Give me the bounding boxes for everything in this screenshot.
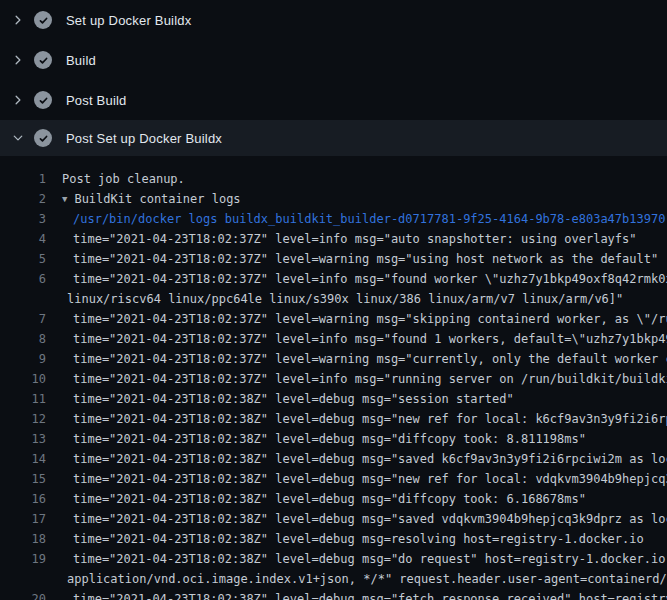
step-label: Set up Docker Buildx: [66, 13, 191, 28]
line-number[interactable]: 20: [0, 589, 46, 600]
log-text: time="2021-04-23T18:02:38Z" level=debug …: [73, 489, 586, 509]
line-number[interactable]: 19: [0, 549, 46, 569]
log-group-line[interactable]: 2 ▼BuildKit container logs: [0, 189, 667, 209]
log-text: time="2021-04-23T18:02:37Z" level=info m…: [73, 369, 667, 389]
line-number[interactable]: 12: [0, 409, 46, 429]
log-line: 8 time="2021-04-23T18:02:37Z" level=info…: [0, 329, 667, 349]
log-text: time="2021-04-23T18:02:37Z" level=info m…: [73, 329, 667, 349]
log-text: time="2021-04-23T18:02:38Z" level=debug …: [73, 549, 667, 569]
log-text: time="2021-04-23T18:02:38Z" level=debug …: [73, 469, 667, 489]
line-number[interactable]: 1: [0, 169, 46, 189]
success-check-icon: [34, 51, 52, 69]
step-row-post-set-up-docker-buildx[interactable]: Post Set up Docker Buildx: [0, 120, 667, 156]
log-line: 7 time="2021-04-23T18:02:37Z" level=warn…: [0, 309, 667, 329]
line-number[interactable]: 8: [0, 329, 46, 349]
log-text: time="2021-04-23T18:02:37Z" level=warnin…: [73, 249, 658, 269]
line-number[interactable]: 18: [0, 529, 46, 549]
log-text: time="2021-04-23T18:02:38Z" level=debug …: [73, 449, 667, 469]
log-text: time="2021-04-23T18:02:38Z" level=debug …: [73, 509, 667, 529]
steps-list: Set up Docker Buildx Build Post Build: [0, 0, 667, 156]
line-number[interactable]: 6: [0, 269, 46, 289]
actions-log-viewer: Set up Docker Buildx Build Post Build: [0, 0, 667, 600]
line-number[interactable]: 17: [0, 509, 46, 529]
log-line: 12 time="2021-04-23T18:02:38Z" level=deb…: [0, 409, 667, 429]
log-group-title: BuildKit container logs: [74, 192, 240, 206]
log-line: 4 time="2021-04-23T18:02:37Z" level=info…: [0, 229, 667, 249]
step-label: Build: [66, 53, 96, 68]
success-check-icon: [34, 11, 52, 29]
log-text: Post job cleanup.: [62, 169, 185, 189]
step-row-set-up-docker-buildx[interactable]: Set up Docker Buildx: [0, 0, 667, 40]
log-text: time="2021-04-23T18:02:38Z" level=debug …: [73, 409, 667, 429]
line-number[interactable]: 13: [0, 429, 46, 449]
line-number[interactable]: 9: [0, 349, 46, 369]
log-line: 13 time="2021-04-23T18:02:38Z" level=deb…: [0, 429, 667, 449]
line-number[interactable]: 11: [0, 389, 46, 409]
log-text: time="2021-04-23T18:02:38Z" level=debug …: [73, 389, 514, 409]
line-number: [0, 569, 46, 589]
success-check-icon: [34, 129, 52, 147]
line-number[interactable]: 16: [0, 489, 46, 509]
log-line: 17 time="2021-04-23T18:02:38Z" level=deb…: [0, 509, 667, 529]
log-text: application/vnd.oci.image.index.v1+json,…: [67, 569, 667, 589]
line-number[interactable]: 2: [0, 189, 46, 209]
step-label: Post Build: [66, 93, 127, 108]
log-line: 18 time="2021-04-23T18:02:38Z" level=deb…: [0, 529, 667, 549]
log-line: 6 time="2021-04-23T18:02:37Z" level=info…: [0, 269, 667, 289]
success-check-icon: [34, 91, 52, 109]
disclosure-open-icon: ▼: [62, 194, 67, 204]
line-number[interactable]: 7: [0, 309, 46, 329]
log-line: 10 time="2021-04-23T18:02:37Z" level=inf…: [0, 369, 667, 389]
log-line: 20 time="2021-04-23T18:02:38Z" level=deb…: [0, 589, 667, 600]
log-output: 1 Post job cleanup. 2 ▼BuildKit containe…: [0, 156, 667, 600]
log-line-continuation: application/vnd.oci.image.index.v1+json,…: [0, 569, 667, 589]
log-text: time="2021-04-23T18:02:37Z" level=warnin…: [73, 349, 667, 369]
log-text: time="2021-04-23T18:02:37Z" level=warnin…: [73, 309, 667, 329]
chevron-right-icon: [10, 12, 26, 28]
log-line: 14 time="2021-04-23T18:02:38Z" level=deb…: [0, 449, 667, 469]
line-number: [0, 289, 46, 309]
log-text: time="2021-04-23T18:02:37Z" level=info m…: [73, 229, 637, 249]
log-text: time="2021-04-23T18:02:38Z" level=debug …: [73, 529, 644, 549]
line-number[interactable]: 15: [0, 469, 46, 489]
log-line: 5 time="2021-04-23T18:02:37Z" level=warn…: [0, 249, 667, 269]
line-number[interactable]: 14: [0, 449, 46, 469]
log-line: 1 Post job cleanup.: [0, 169, 667, 189]
log-text: time="2021-04-23T18:02:38Z" level=debug …: [73, 429, 586, 449]
log-text: time="2021-04-23T18:02:38Z" level=debug …: [73, 589, 667, 600]
step-row-build[interactable]: Build: [0, 40, 667, 80]
line-number[interactable]: 10: [0, 369, 46, 389]
command-text: /usr/bin/docker logs buildx_buildkit_bui…: [73, 209, 665, 229]
log-line-continuation: linux/riscv64 linux/ppc64le linux/s390x …: [0, 289, 667, 309]
step-label: Post Set up Docker Buildx: [66, 131, 222, 146]
log-line: 16 time="2021-04-23T18:02:38Z" level=deb…: [0, 489, 667, 509]
chevron-down-icon: [10, 130, 26, 146]
log-text: linux/riscv64 linux/ppc64le linux/s390x …: [67, 289, 623, 309]
log-text: time="2021-04-23T18:02:37Z" level=info m…: [73, 269, 667, 289]
log-line-command: 3 /usr/bin/docker logs buildx_buildkit_b…: [0, 209, 667, 229]
line-number[interactable]: 4: [0, 229, 46, 249]
step-row-post-build[interactable]: Post Build: [0, 80, 667, 120]
line-number[interactable]: 5: [0, 249, 46, 269]
log-group-toggle[interactable]: ▼BuildKit container logs: [62, 189, 241, 209]
chevron-right-icon: [10, 92, 26, 108]
chevron-right-icon: [10, 52, 26, 68]
log-line: 15 time="2021-04-23T18:02:38Z" level=deb…: [0, 469, 667, 489]
line-number[interactable]: 3: [0, 209, 46, 229]
log-line: 9 time="2021-04-23T18:02:37Z" level=warn…: [0, 349, 667, 369]
log-line: 11 time="2021-04-23T18:02:38Z" level=deb…: [0, 389, 667, 409]
log-line: 19 time="2021-04-23T18:02:38Z" level=deb…: [0, 549, 667, 569]
